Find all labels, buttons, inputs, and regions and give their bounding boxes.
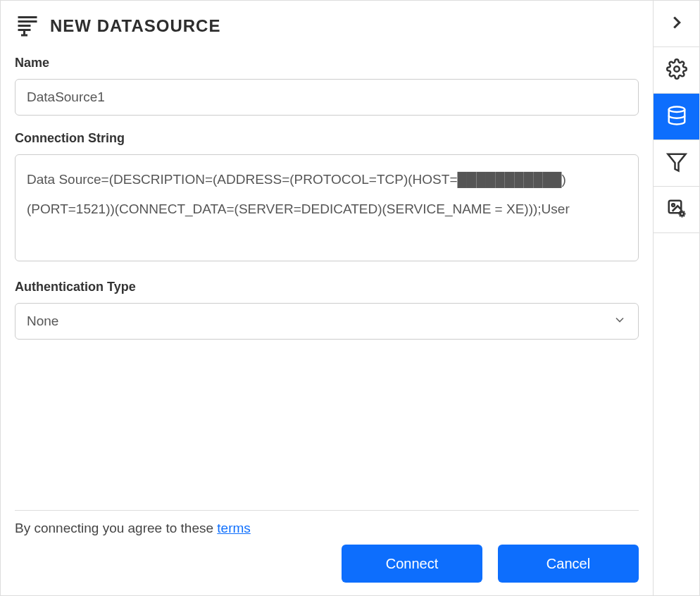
database-icon [666,105,687,129]
name-label: Name [15,56,639,70]
chevron-down-icon [613,313,627,330]
footer-buttons: Connect Cancel [15,545,639,583]
side-rail [654,0,700,596]
svg-point-7 [668,106,685,112]
image-gear-icon [666,198,687,222]
name-input[interactable] [15,79,639,116]
chevron-right-icon [666,12,687,36]
svg-point-6 [674,66,680,72]
datasource-header-icon [15,12,40,40]
filter-tab[interactable] [654,140,699,187]
name-field-group: Name [15,56,639,116]
auth-type-field-group: Authentication Type None [15,280,639,340]
expand-panel-button[interactable] [654,1,699,47]
image-settings-tab[interactable] [654,187,699,233]
page-title: NEW DATASOURCE [50,16,220,36]
terms-text: By connecting you agree to these terms [15,521,639,536]
connect-button[interactable]: Connect [342,545,482,583]
header: NEW DATASOURCE [15,12,639,40]
auth-type-select[interactable]: None [15,303,639,340]
connection-string-label: Connection String [15,131,639,146]
main-panel: NEW DATASOURCE Name Connection String Da… [0,0,654,596]
gear-icon [666,58,687,82]
auth-type-value: None [27,313,58,329]
footer: By connecting you agree to these terms C… [15,510,639,583]
svg-marker-8 [668,154,685,170]
divider [15,510,639,511]
settings-tab[interactable] [654,47,699,94]
svg-point-11 [680,212,684,216]
datasource-tab[interactable] [654,94,699,140]
terms-prefix: By connecting you agree to these [15,521,217,535]
terms-link[interactable]: terms [217,521,251,535]
svg-point-10 [672,204,675,206]
connection-string-input[interactable]: Data Source=(DESCRIPTION=(ADDRESS=(PROTO… [15,154,639,261]
connection-string-field-group: Connection String Data Source=(DESCRIPTI… [15,131,639,264]
cancel-button[interactable]: Cancel [498,545,639,583]
funnel-icon [666,151,687,175]
auth-type-label: Authentication Type [15,280,639,294]
